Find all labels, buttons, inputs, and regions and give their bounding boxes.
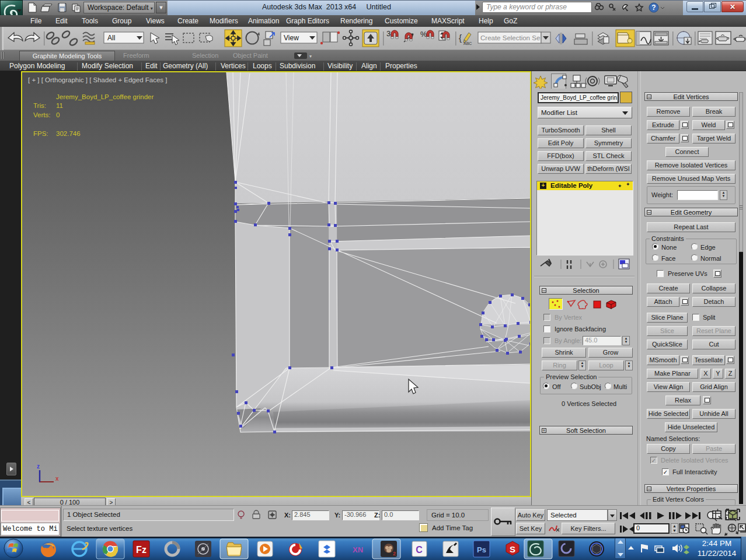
svg-text:Verts:: Verts: [33, 111, 50, 118]
svg-text:ABC: ABC [463, 41, 472, 46]
svg-text:FPS:: FPS: [33, 130, 48, 137]
svg-text:Jeremy_Boyd_LP_coffee grinder: Jeremy_Boyd_LP_coffee grinder [56, 93, 154, 100]
svg-text:Ps: Ps [477, 545, 486, 554]
svg-text:View: View [284, 34, 299, 42]
svg-text:z: z [37, 463, 40, 470]
svg-text:[ + ] [ Orthographic ] [ Shade: [ + ] [ Orthographic ] [ Shaded + Edged … [28, 76, 167, 83]
svg-text:All: All [107, 34, 115, 42]
svg-text:302.746: 302.746 [56, 130, 81, 137]
svg-text:C: C [416, 545, 423, 555]
svg-text:%: % [420, 30, 427, 38]
svg-text:2: 2 [393, 551, 396, 556]
svg-text:Tris:: Tris: [33, 102, 46, 109]
svg-text:XN: XN [353, 545, 363, 554]
svg-text:x: x [55, 475, 59, 482]
svg-text:3: 3 [386, 29, 391, 38]
svg-text:Create Selection Se: Create Selection Se [480, 34, 540, 41]
svg-text:11: 11 [56, 102, 63, 109]
svg-text:?: ? [651, 4, 656, 12]
svg-text:Fz: Fz [136, 545, 147, 555]
svg-text:S: S [510, 544, 515, 554]
svg-text:{: { [459, 33, 462, 43]
svg-text:0: 0 [56, 111, 60, 118]
